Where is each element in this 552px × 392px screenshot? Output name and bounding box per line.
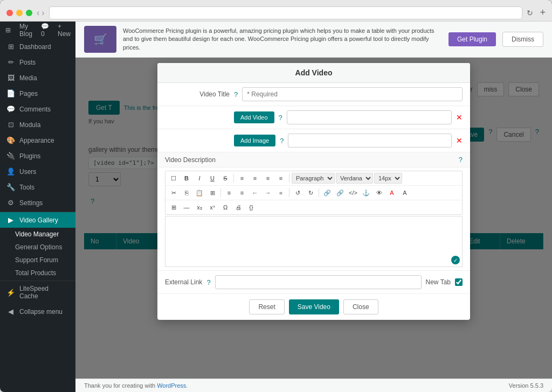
sidebar-label-dashboard: Dashboard xyxy=(19,43,51,51)
add-image-button[interactable]: Add Image xyxy=(234,135,275,146)
sidebar-item-modula[interactable]: ⊡ Modula xyxy=(0,117,75,132)
rte-new-doc-button[interactable]: ☐ xyxy=(168,173,180,184)
add-image-input[interactable] xyxy=(288,134,452,148)
sidebar-item-comments[interactable]: 💬 Comments xyxy=(0,101,75,117)
rte-ol-button[interactable]: ≡ xyxy=(236,187,248,198)
sidebar-subitem-support-forum[interactable]: Support Forum xyxy=(0,254,75,267)
sidebar-label-settings: Settings xyxy=(19,199,43,207)
rte-outdent-button[interactable]: ← xyxy=(249,187,261,198)
video-title-help-icon[interactable]: ? xyxy=(234,90,238,99)
back-button[interactable]: ‹ xyxy=(37,8,39,18)
rte-paste-button[interactable]: 📋 xyxy=(194,187,205,198)
rte-special-char-button[interactable]: Ω xyxy=(219,202,231,213)
modal-close-button[interactable]: Close xyxy=(343,299,378,314)
sidebar-label-appearance: Appearance xyxy=(19,137,54,144)
dashboard-icon: ⊞ xyxy=(6,43,15,51)
rte-align-right-button[interactable]: ≡ xyxy=(262,173,274,184)
save-video-button[interactable]: Save Video xyxy=(289,299,339,314)
sidebar-subitem-general-options[interactable]: General Options xyxy=(0,241,75,254)
external-link-input[interactable] xyxy=(215,275,422,289)
footer-wordpress-link[interactable]: WordPress xyxy=(157,382,186,389)
wp-logo-icon[interactable]: ⊞ xyxy=(5,26,11,34)
rte-unlink-button[interactable]: 🔗 xyxy=(334,187,346,198)
sidebar-item-video-gallery[interactable]: ▶ Video Gallery xyxy=(0,212,75,228)
rte-font-select[interactable]: Verdana xyxy=(336,173,373,184)
rte-editor-area[interactable] xyxy=(165,216,462,265)
rte-anchor-button[interactable]: ⚓ xyxy=(360,187,372,198)
comments-icon[interactable]: 💬 0 xyxy=(41,23,49,38)
plugin-logo-icon: 🛒 xyxy=(94,33,107,46)
rte-size-select[interactable]: 14px xyxy=(374,173,402,184)
rte-preview-button[interactable]: 👁 xyxy=(373,187,385,198)
rte-table-button[interactable]: ⊞ xyxy=(168,202,180,213)
dismiss-button[interactable]: Dismiss xyxy=(502,32,543,47)
add-image-help-icon[interactable]: ? xyxy=(280,137,284,145)
rte-strikethrough-button[interactable]: S xyxy=(219,173,231,184)
rte-paragraph-select[interactable]: Paragraph xyxy=(292,173,335,184)
sidebar-item-appearance[interactable]: 🎨 Appearance xyxy=(0,132,75,148)
forward-button[interactable]: › xyxy=(42,8,44,18)
reset-button[interactable]: Reset xyxy=(249,299,284,314)
sidebar-item-collapse[interactable]: ◀ Collapse menu xyxy=(0,304,75,319)
add-video-input[interactable] xyxy=(287,110,452,124)
add-video-button[interactable]: Add Video xyxy=(234,111,274,123)
rte-font-color-button[interactable]: A xyxy=(386,187,398,198)
rte-indent-button[interactable]: → xyxy=(262,187,274,198)
external-link-help-icon[interactable]: ? xyxy=(206,278,210,286)
rte-cut-button[interactable]: ✂ xyxy=(168,187,180,198)
rte-italic-button[interactable]: I xyxy=(194,173,205,184)
new-button[interactable]: + New xyxy=(58,23,71,38)
new-tab-button[interactable]: + xyxy=(540,7,546,18)
url-bar[interactable] xyxy=(49,6,523,19)
description-help-icon[interactable]: ? xyxy=(459,156,463,164)
rte-code-button[interactable]: </> xyxy=(347,187,359,198)
rte-bg-color-button[interactable]: A xyxy=(399,187,411,198)
wp-wrapper: ⊞ My Blog 💬 0 + New ⬡ ⊞ Dashboard ✏ Post… xyxy=(0,22,552,392)
sidebar-item-posts[interactable]: ✏ Posts xyxy=(0,54,75,70)
rte-undo-button[interactable]: ↺ xyxy=(292,187,303,198)
rte-redo-button[interactable]: ↻ xyxy=(305,187,316,198)
sidebar-item-media[interactable]: 🖼 Media xyxy=(0,70,75,86)
site-name[interactable]: My Blog xyxy=(19,23,32,38)
sidebar-label-posts: Posts xyxy=(19,59,36,66)
sidebar-subitem-video-manager[interactable]: Video Manager xyxy=(0,228,75,241)
add-video-help-icon[interactable]: ? xyxy=(279,114,282,122)
video-title-input[interactable] xyxy=(242,87,463,101)
rte-align-left-button[interactable]: ≡ xyxy=(236,173,248,184)
sidebar-item-tools[interactable]: 🔧 Tools xyxy=(0,179,75,195)
get-plugin-button[interactable]: Get Plugin xyxy=(448,32,496,46)
rte-subscript-button[interactable]: x₂ xyxy=(194,202,205,213)
rte-superscript-button[interactable]: xˢ xyxy=(206,202,218,213)
collapse-icon: ◀ xyxy=(6,307,15,316)
sidebar: ⊞ My Blog 💬 0 + New ⬡ ⊞ Dashboard ✏ Post… xyxy=(0,22,75,392)
rte-justify-button[interactable]: ≡ xyxy=(275,173,287,184)
sidebar-label-pages: Pages xyxy=(19,90,38,97)
rte-copy-button[interactable]: ⎘ xyxy=(181,187,192,198)
sidebar-item-litespeed[interactable]: ⚡ LiteSpeed Cache xyxy=(0,281,75,304)
close-window-button[interactable] xyxy=(6,10,13,16)
new-tab-checkbox[interactable] xyxy=(455,278,463,286)
sidebar-item-users[interactable]: 👤 Users xyxy=(0,164,75,179)
rte-toolbar-row3: ⊞ — x₂ xˢ Ω 🖨 {} xyxy=(165,200,462,214)
rte-link-button[interactable]: 🔗 xyxy=(321,187,333,198)
sidebar-item-pages[interactable]: 📄 Pages xyxy=(0,86,75,101)
minimize-window-button[interactable] xyxy=(16,10,23,16)
delete-video-icon[interactable]: ✕ xyxy=(456,113,463,122)
rte-hr-button[interactable]: — xyxy=(181,202,192,213)
rte-underline-button[interactable]: U xyxy=(206,173,218,184)
reload-button[interactable]: ↻ xyxy=(527,9,533,17)
rte-bold-button[interactable]: B xyxy=(181,173,192,184)
fullscreen-window-button[interactable] xyxy=(26,10,32,16)
rte-blockquote-button[interactable]: « xyxy=(275,187,287,198)
footer-thanks-text: Thank you for creating with WordPress. xyxy=(84,382,188,389)
sidebar-item-settings[interactable]: ⚙ Settings xyxy=(0,195,75,211)
sidebar-item-dashboard[interactable]: ⊞ Dashboard xyxy=(0,39,75,54)
rte-align-center-button[interactable]: ≡ xyxy=(249,173,261,184)
rte-source-button[interactable]: {} xyxy=(245,202,257,213)
rte-paste-special-button[interactable]: ⊞ xyxy=(206,187,218,198)
sidebar-subitem-total-products[interactable]: Total Products xyxy=(0,267,75,279)
sidebar-item-plugins[interactable]: 🔌 Plugins xyxy=(0,148,75,164)
delete-image-icon[interactable]: ✕ xyxy=(456,136,463,145)
rte-print-button[interactable]: 🖨 xyxy=(232,202,244,213)
rte-ul-button[interactable]: ≡ xyxy=(223,187,235,198)
